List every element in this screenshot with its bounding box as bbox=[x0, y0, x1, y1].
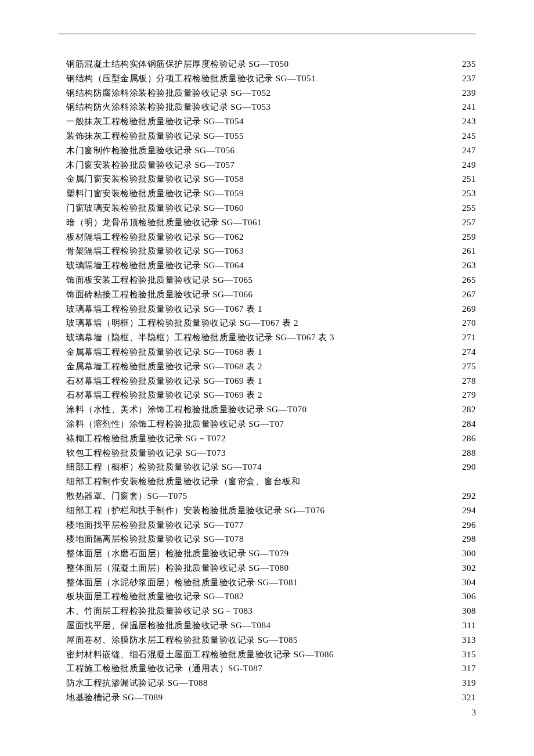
toc-page: 294 bbox=[453, 503, 476, 518]
toc-row: 防水工程抗渗漏试验记录 SG—T088319 bbox=[66, 676, 476, 690]
toc-title: 装饰抹灰工程检验批质量验收记录 SG—T055 bbox=[66, 129, 244, 143]
toc-title: 板材隔墙工程检验批质量验收记录 SG—T062 bbox=[66, 230, 244, 244]
toc-row: 细部工程（橱柜）检验批质量验收记录 SG—T074290 bbox=[66, 460, 476, 474]
toc-row: 涂料（溶剂性）涂饰工程检验批质量验收记录 SG—T07284 bbox=[66, 417, 476, 431]
toc-row: 石材幕墙工程检验批质量验收记录 SG—T069 表 2279 bbox=[66, 388, 476, 402]
toc-title: 钢结构（压型金属板）分项工程检验批质量验收记录 SG—T051 bbox=[66, 71, 316, 86]
toc-title: 散热器罩、门窗套）SG—T075 bbox=[66, 489, 187, 503]
toc-page: 308 bbox=[453, 604, 476, 618]
toc-row: 暗（明）龙骨吊顶检验批质量验收记录 SG—T061257 bbox=[66, 215, 476, 230]
toc-row: 玻璃幕墙工程检验批质量验收记录 SG—T067 表 1269 bbox=[66, 302, 476, 316]
toc-row: 裱糊工程检验批质量验收记录 SG－T072286 bbox=[66, 431, 476, 446]
toc-title: 金属幕墙工程检验批质量验收记录 SG—T068 表 1 bbox=[66, 345, 262, 359]
toc-row: 钢筋混凝土结构实体钢筋保护层厚度检验记录 SG—T050235 bbox=[66, 57, 476, 71]
page-number: 3 bbox=[472, 708, 477, 718]
toc-page: 267 bbox=[453, 287, 476, 302]
toc-row: 钢结构防火涂料涂装检验批质量验收记录 SG—T053241 bbox=[66, 100, 476, 114]
toc-title: 涂料（溶剂性）涂饰工程检验批质量验收记录 SG—T07 bbox=[66, 417, 284, 431]
toc-page: 235 bbox=[453, 57, 476, 71]
toc-page: 239 bbox=[453, 86, 476, 100]
toc-row: 玻璃幕墙（隐框、半隐框）工程检验批质量验收记录 SG—T067 表 3271 bbox=[66, 330, 476, 345]
toc-page: 298 bbox=[453, 532, 476, 546]
toc-page: 247 bbox=[453, 143, 476, 158]
toc-page: 237 bbox=[453, 71, 476, 86]
toc-title: 金属门窗安装检验批质量验收记录 SG—T058 bbox=[66, 172, 244, 186]
toc-page: 265 bbox=[453, 273, 476, 287]
toc-row: 屋面卷材、涂膜防水层工程检验批质量验收记录 SG—T085313 bbox=[66, 633, 476, 647]
toc-title: 石材幕墙工程检验批质量验收记录 SG—T069 表 2 bbox=[66, 388, 262, 402]
toc-title: 整体面层（水磨石面层）检验批质量验收记录 SG—T079 bbox=[66, 546, 289, 561]
toc-title: 细部工程（橱柜）检验批质量验收记录 SG—T074 bbox=[66, 460, 262, 474]
toc-title: 屋面找平层、保温层检验批质量验收记录 SG—T084 bbox=[66, 618, 271, 633]
toc-title: 楼地面隔离层检验批质量验收记录 SG—T078 bbox=[66, 532, 244, 546]
toc-row: 整体面层（水泥砂浆面层）检验批质量验收记录 SG—T081304 bbox=[66, 575, 476, 590]
toc-row: 门窗玻璃安装检验批质量验收记录 SG—T060255 bbox=[66, 201, 476, 215]
toc-row: 楼地面隔离层检验批质量验收记录 SG—T078298 bbox=[66, 532, 476, 546]
toc-row: 金属幕墙工程检验批质量验收记录 SG—T068 表 2275 bbox=[66, 359, 476, 374]
toc-title: 木门窗安装检验批质量验收记录 SG—T057 bbox=[66, 158, 235, 172]
toc-page: 249 bbox=[453, 158, 476, 172]
toc-page: 288 bbox=[453, 446, 476, 460]
toc-title: 裱糊工程检验批质量验收记录 SG－T072 bbox=[66, 431, 226, 446]
toc-page: 290 bbox=[453, 460, 476, 474]
toc-row: 整体面层（水磨石面层）检验批质量验收记录 SG—T079300 bbox=[66, 546, 476, 561]
toc-title: 暗（明）龙骨吊顶检验批质量验收记录 SG—T061 bbox=[66, 215, 262, 230]
toc-row: 石材幕墙工程检验批质量验收记录 SG—T069 表 1278 bbox=[66, 374, 476, 388]
toc-title: 防水工程抗渗漏试验记录 SG—T088 bbox=[66, 676, 208, 690]
toc-title: 涂料（水性、美术）涂饰工程检验批质量验收记录 SG—T070 bbox=[66, 402, 307, 417]
toc-row: 木、竹面层工程检验批质量验收记录 SG－T083308 bbox=[66, 604, 476, 618]
toc-title: 钢结构防腐涂料涂装检验批质量验收记录 SG—T052 bbox=[66, 86, 271, 100]
toc-title: 地基验槽记录 SG—T089 bbox=[66, 690, 163, 705]
toc-row: 装饰抹灰工程检验批质量验收记录 SG—T055245 bbox=[66, 129, 476, 143]
toc-row: 钢结构防腐涂料涂装检验批质量验收记录 SG—T052239 bbox=[66, 86, 476, 100]
toc-page: 317 bbox=[453, 661, 476, 676]
toc-row: 散热器罩、门窗套）SG—T075292 bbox=[66, 489, 476, 503]
toc-page: 274 bbox=[453, 345, 476, 359]
toc-page: 286 bbox=[453, 431, 476, 446]
toc-page: 253 bbox=[453, 186, 476, 201]
toc-row: 细部工程（护栏和扶手制作）安装检验批质量验收记录 SG—T076294 bbox=[66, 503, 476, 518]
toc-title: 金属幕墙工程检验批质量验收记录 SG—T068 表 2 bbox=[66, 359, 262, 374]
toc-title: 木门窗制作检验批质量验收记录 SG—T056 bbox=[66, 143, 235, 158]
toc-title: 工程施工检验批质量验收记录（通用表）SG-T087 bbox=[66, 661, 262, 676]
toc-page: 315 bbox=[453, 647, 476, 662]
toc-title: 玻璃幕墙工程检验批质量验收记录 SG—T067 表 1 bbox=[66, 302, 262, 316]
toc-page: 304 bbox=[453, 575, 476, 590]
toc-page: 270 bbox=[453, 316, 476, 330]
toc-title: 板块面层工程检验批质量验收记录 SG—T082 bbox=[66, 589, 244, 604]
toc-page: 313 bbox=[453, 633, 476, 647]
toc-row: 钢结构（压型金属板）分项工程检验批质量验收记录 SG—T051237 bbox=[66, 71, 476, 86]
toc-page: 284 bbox=[453, 417, 476, 431]
toc-page: 275 bbox=[453, 359, 476, 374]
toc-title: 饰面砖粘接工程检验批质量验收记录 SG—T066 bbox=[66, 287, 253, 302]
toc-title: 门窗玻璃安装检验批质量验收记录 SG—T060 bbox=[66, 201, 244, 215]
toc-page: 282 bbox=[453, 402, 476, 417]
toc-title: 钢筋混凝土结构实体钢筋保护层厚度检验记录 SG—T050 bbox=[66, 57, 289, 71]
toc-page: 271 bbox=[453, 330, 476, 345]
toc-row: 骨架隔墙工程检验批质量验收记录 SG—T063261 bbox=[66, 244, 476, 258]
toc-row: 饰面砖粘接工程检验批质量验收记录 SG—T066267 bbox=[66, 287, 476, 302]
toc-title: 玻璃幕墙（明框）工程检验批质量验收记录 SG—T067 表 2 bbox=[66, 316, 298, 330]
toc-page: 255 bbox=[453, 201, 476, 215]
toc-row: 地基验槽记录 SG—T089321 bbox=[66, 690, 476, 705]
toc-row: 一般抹灰工程检验批质量验收记录 SG—T054243 bbox=[66, 114, 476, 129]
toc-title: 细部工程（护栏和扶手制作）安装检验批质量验收记录 SG—T076 bbox=[66, 503, 325, 518]
toc-page: 257 bbox=[453, 215, 476, 230]
toc-page: 261 bbox=[453, 244, 476, 258]
toc-title: 塑料门窗安装检验批质量验收记录 SG—T059 bbox=[66, 186, 244, 201]
toc-row: 木门窗安装检验批质量验收记录 SG—T057249 bbox=[66, 158, 476, 172]
toc-page: 311 bbox=[453, 618, 476, 633]
toc-title: 整体面层（水泥砂浆面层）检验批质量验收记录 SG—T081 bbox=[66, 575, 298, 590]
toc-page: 319 bbox=[453, 676, 476, 690]
toc-title: 密封材料嵌缝、细石混凝土屋面工程检验批质量验收记录 SG—T086 bbox=[66, 647, 334, 662]
toc-page: 245 bbox=[453, 129, 476, 143]
toc-row: 玻璃幕墙（明框）工程检验批质量验收记录 SG—T067 表 2270 bbox=[66, 316, 476, 330]
toc-row: 楼地面找平层检验批质量验收记录 SG—T077296 bbox=[66, 518, 476, 532]
toc-title: 玻璃隔墙王程检验批质量验收记录 SG—T064 bbox=[66, 258, 244, 273]
toc-page: 292 bbox=[453, 489, 476, 503]
toc-row: 涂料（水性、美术）涂饰工程检验批质量验收记录 SG—T070282 bbox=[66, 402, 476, 417]
toc-page: 306 bbox=[453, 589, 476, 604]
toc-page: 296 bbox=[453, 518, 476, 532]
toc-page: 278 bbox=[453, 374, 476, 388]
toc-row: 细部工程制作安装检验批质量验收记录（窗帘盒、窗台板和 bbox=[66, 474, 476, 489]
